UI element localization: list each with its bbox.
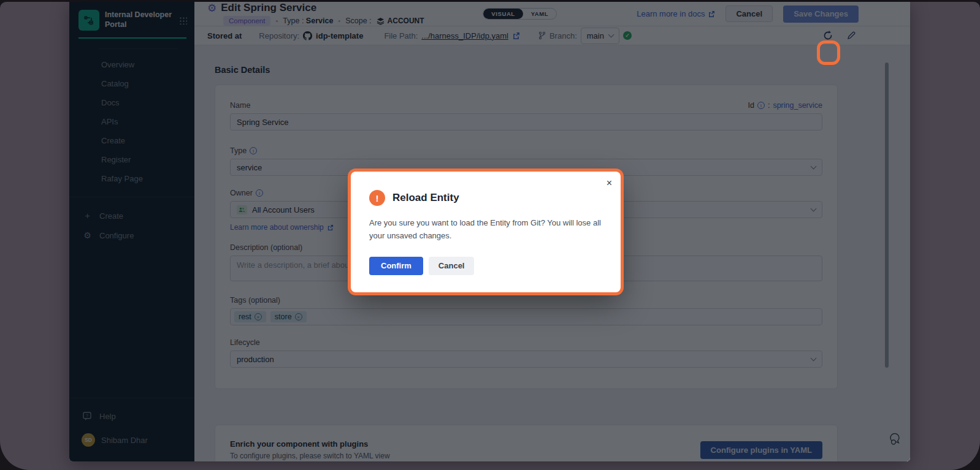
screenshot-frame: Internal Developer Portal Overview Catal… [0,2,980,470]
warning-icon: ! [369,190,385,206]
confirm-button[interactable]: Confirm [369,257,423,275]
modal-title: Reload Entity [392,192,459,204]
reload-entity-modal: × ! Reload Entity Are you sure you want … [351,172,621,292]
modal-cancel-button[interactable]: Cancel [429,257,475,275]
app-window: Internal Developer Portal Overview Catal… [69,2,910,461]
close-icon[interactable]: × [607,178,612,189]
modal-message: Are you sure you want to load the Entity… [369,216,606,243]
